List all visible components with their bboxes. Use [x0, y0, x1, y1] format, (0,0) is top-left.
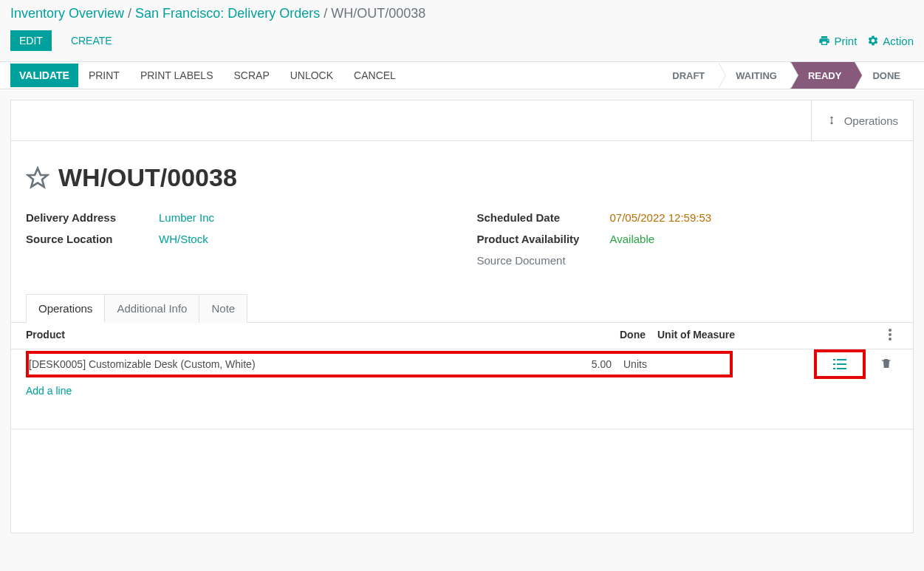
source-location-label: Source Location — [26, 233, 159, 245]
breadcrumb-delivery-orders[interactable]: San Francisco: Delivery Orders — [135, 6, 320, 21]
svg-rect-9 — [837, 368, 846, 369]
product-availability-label: Product Availability — [477, 233, 610, 245]
header-done: Done — [601, 329, 653, 343]
validate-button[interactable]: VALIDATE — [10, 64, 78, 87]
up-down-arrow-icon — [827, 112, 837, 129]
svg-point-2 — [889, 333, 892, 336]
detailed-operations-button[interactable] — [814, 349, 866, 379]
tab-additional-info[interactable]: Additional Info — [104, 294, 199, 323]
delete-row-icon[interactable] — [880, 358, 892, 369]
svg-rect-7 — [837, 363, 846, 365]
delivery-address-label: Delivery Address — [26, 211, 159, 224]
table-row[interactable]: [DESK0005] Customizable Desk (Custom, Wh… — [26, 351, 733, 377]
scrap-button[interactable]: SCRAP — [223, 64, 279, 87]
record-title: WH/OUT/00038 — [58, 163, 237, 192]
table-row-highlighted: [DESK0005] Customizable Desk (Custom, Wh… — [11, 349, 913, 379]
header-product: Product — [26, 329, 601, 343]
status-ready[interactable]: READY — [790, 62, 855, 89]
svg-point-1 — [889, 329, 892, 332]
columns-kebab[interactable] — [882, 329, 898, 343]
row-done: 5.00 — [567, 358, 619, 370]
tab-note[interactable]: Note — [199, 294, 247, 323]
kebab-icon — [889, 329, 892, 341]
svg-rect-5 — [837, 359, 846, 360]
action-menu[interactable]: Action — [867, 35, 914, 47]
status-bar: DRAFT WAITING READY DONE — [654, 62, 914, 89]
svg-rect-4 — [833, 359, 835, 360]
status-draft[interactable]: DRAFT — [654, 62, 718, 89]
svg-point-3 — [889, 338, 892, 341]
source-document-label: Source Document — [477, 254, 610, 267]
status-waiting[interactable]: WAITING — [718, 62, 790, 89]
print-labels-button[interactable]: PRINT LABELS — [130, 64, 224, 87]
scheduled-date-value: 07/05/2022 12:59:53 — [610, 211, 712, 224]
table-header: Product Done Unit of Measure — [11, 323, 913, 349]
delivery-address-value[interactable]: Lumber Inc — [159, 211, 214, 224]
svg-marker-0 — [28, 168, 48, 186]
svg-rect-6 — [833, 363, 835, 365]
status-done[interactable]: DONE — [855, 62, 914, 89]
operations-stat-button[interactable]: Operations — [811, 100, 913, 140]
toolbar-print-button[interactable]: PRINT — [78, 64, 130, 87]
row-product: [DESK0005] Customizable Desk (Custom, Wh… — [29, 358, 567, 370]
breadcrumb-current: WH/OUT/00038 — [331, 6, 425, 21]
print-icon — [818, 35, 830, 47]
edit-button[interactable]: EDIT — [10, 30, 52, 51]
create-button[interactable]: CREATE — [62, 30, 121, 51]
gear-icon — [867, 35, 879, 47]
svg-rect-8 — [833, 368, 835, 369]
list-icon — [833, 358, 846, 370]
form-sheet: Operations WH/OUT/00038 Delivery Address… — [10, 100, 914, 533]
unlock-button[interactable]: UNLOCK — [280, 64, 343, 87]
product-availability-value: Available — [610, 233, 655, 245]
breadcrumb: Inventory Overview / San Francisco: Deli… — [0, 0, 924, 27]
add-line-link[interactable]: Add a line — [11, 379, 913, 403]
breadcrumb-inventory-overview[interactable]: Inventory Overview — [10, 6, 124, 21]
scheduled-date-label: Scheduled Date — [477, 211, 610, 224]
print-action[interactable]: Print — [818, 35, 857, 47]
row-uom: Units — [619, 358, 730, 370]
cancel-button[interactable]: CANCEL — [343, 64, 406, 87]
favorite-star-icon[interactable] — [26, 166, 49, 190]
header-uom: Unit of Measure — [653, 329, 764, 343]
tab-operations[interactable]: Operations — [26, 294, 105, 323]
source-location-value[interactable]: WH/Stock — [159, 233, 208, 245]
